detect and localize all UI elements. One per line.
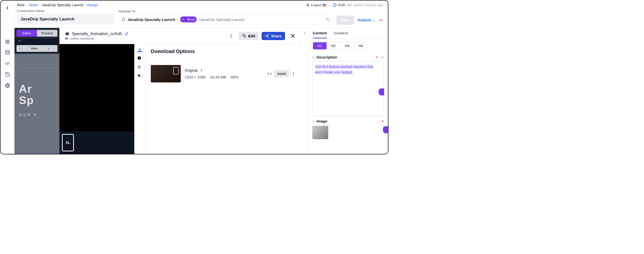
chevron-up-icon[interactable] <box>52 47 56 50</box>
composition-name-input[interactable] <box>17 14 115 25</box>
chevron-right-icon: › <box>26 3 27 7</box>
share-button[interactable]: Share <box>262 32 285 40</box>
list-tab-icon[interactable] <box>137 65 142 70</box>
composition-name-label: Composition Name <box>17 9 115 13</box>
history-icon[interactable] <box>5 72 10 77</box>
diamond-icon: ◇ <box>312 120 314 123</box>
layers-icon[interactable] <box>5 39 10 44</box>
heading-h4[interactable]: H4 <box>354 42 368 49</box>
status-circle-icon <box>333 3 336 7</box>
component-selector[interactable]: Hero <box>16 45 58 52</box>
svg-point-19 <box>266 35 266 36</box>
description-label: Description <box>316 55 337 59</box>
asset-more-button[interactable] <box>227 31 236 40</box>
asset-title: Specialty_Animation_co3vth <box>72 32 122 36</box>
image-thumbnail[interactable] <box>312 126 328 139</box>
svg-line-21 <box>266 35 268 36</box>
svg-point-15 <box>231 34 232 35</box>
publish-button[interactable]: Publish… <box>358 18 375 22</box>
svg-rect-14 <box>66 34 66 35</box>
side-handle-icon[interactable] <box>379 88 384 95</box>
globe-icon[interactable] <box>5 83 10 88</box>
svg-point-16 <box>231 36 232 36</box>
breadcrumb: Root › Home › JavaDrip Specialty Launch … <box>17 3 101 7</box>
video-preview[interactable]: XL <box>60 44 134 154</box>
svg-point-35 <box>293 74 294 75</box>
locale-pill: en-us <box>180 16 197 22</box>
svg-rect-1 <box>5 41 10 42</box>
overlay-badge: XL <box>62 134 74 151</box>
share-icon <box>265 34 269 38</box>
stack-icon <box>18 39 22 43</box>
variant-thumbnail[interactable] <box>151 65 181 82</box>
copy-icon[interactable] <box>326 17 330 21</box>
heading-h3[interactable]: H3 <box>340 42 354 49</box>
tab-editor[interactable]: Editor <box>16 30 37 37</box>
chevron-right-icon: › <box>40 3 41 7</box>
attached-doc-name: JavaDrip Specialty Launch <box>128 17 175 22</box>
heading-level-group: H1 H2 H3 H4 <box>313 42 368 50</box>
nav-rail <box>0 0 14 154</box>
svg-point-3 <box>6 50 9 52</box>
crop-icon <box>242 34 246 38</box>
svg-rect-29 <box>139 57 139 57</box>
rename-icon[interactable] <box>124 32 128 36</box>
info-tab-icon[interactable] <box>137 56 142 61</box>
edit-button[interactable]: Edit <box>239 32 258 40</box>
collapse-panel-button[interactable] <box>301 28 308 154</box>
drop-zone[interactable] <box>18 64 56 68</box>
properties-panel: Content Context H1 H2 H3 H4 ◇ Descriptio… <box>308 28 388 154</box>
side-handle-icon[interactable] <box>383 126 388 133</box>
attached-to-field[interactable]: JavaDrip Specialty Launch / en-us /JavaD… <box>118 14 333 25</box>
canvas-subline: OUR F <box>14 106 60 117</box>
svg-line-22 <box>266 36 268 37</box>
upload-icon <box>18 47 22 50</box>
magic-wand-icon[interactable]: ✦ <box>376 55 378 59</box>
svg-rect-2 <box>5 43 10 44</box>
pin-icon[interactable] <box>200 69 203 72</box>
image-label: Image <box>316 119 327 123</box>
heading-h1[interactable]: H1 <box>313 42 327 49</box>
svg-rect-13 <box>66 33 66 33</box>
code-icon[interactable] <box>5 61 10 66</box>
description-input[interactable]: Our first feature packed machine that wo… <box>312 61 384 116</box>
tab-context[interactable]: Context <box>334 31 348 38</box>
locale-selector[interactable]: English 🇺🇸 <box>306 3 331 7</box>
folder-icon <box>65 37 68 40</box>
topbar: Root › Home › JavaDrip Specialty Launch … <box>14 0 388 7</box>
canvas-headline: ArSp <box>14 78 60 106</box>
breadcrumb-change[interactable]: change… <box>86 3 101 7</box>
status-badge: draft last saved 1 minute ago <box>333 3 384 7</box>
embed-code-icon[interactable] <box>267 71 272 76</box>
download-variant-row: Original 1920 × 1080 26.29 MB MP4 <box>151 62 296 85</box>
more-button[interactable] <box>378 18 384 23</box>
asset-side-rail <box>134 44 145 154</box>
variant-size: 26.29 MB <box>210 75 226 79</box>
breadcrumb-home[interactable]: Home <box>28 3 38 7</box>
breadcrumb-current: JavaDrip Specialty Launch <box>42 3 83 7</box>
editor-strip: Editor Preview Hero ArSp <box>14 28 60 154</box>
magic-wand-icon[interactable]: ✦ <box>381 119 384 123</box>
tab-preview[interactable]: Preview <box>37 30 58 37</box>
download-tab-icon[interactable] <box>137 47 142 52</box>
variant-name: Original <box>185 68 198 72</box>
attached-slug: /JavaDrip-Specialty-Launch <box>199 17 244 22</box>
diamond-icon: ◇ <box>312 56 314 59</box>
tab-content[interactable]: Content <box>313 31 327 38</box>
chevron-down-icon[interactable] <box>48 47 50 50</box>
heading-h2[interactable]: H2 <box>327 42 340 49</box>
close-icon[interactable] <box>290 33 296 39</box>
svg-point-8 <box>379 20 380 20</box>
save-button[interactable]: Save <box>336 15 354 25</box>
insert-button[interactable]: Insert <box>274 70 289 77</box>
svg-point-18 <box>268 34 268 35</box>
localize-icon[interactable] <box>380 56 384 59</box>
attached-to-label: Attached To <box>118 9 333 13</box>
variant-more-icon[interactable] <box>292 72 296 76</box>
back-button[interactable] <box>5 5 10 10</box>
mode-tabs: Editor Preview <box>14 28 60 39</box>
comments-tab-icon[interactable] <box>137 74 142 79</box>
download-options-title: Download Options <box>151 49 296 54</box>
editor-canvas[interactable]: ArSp OUR F <box>14 54 60 154</box>
database-icon[interactable] <box>5 50 10 55</box>
